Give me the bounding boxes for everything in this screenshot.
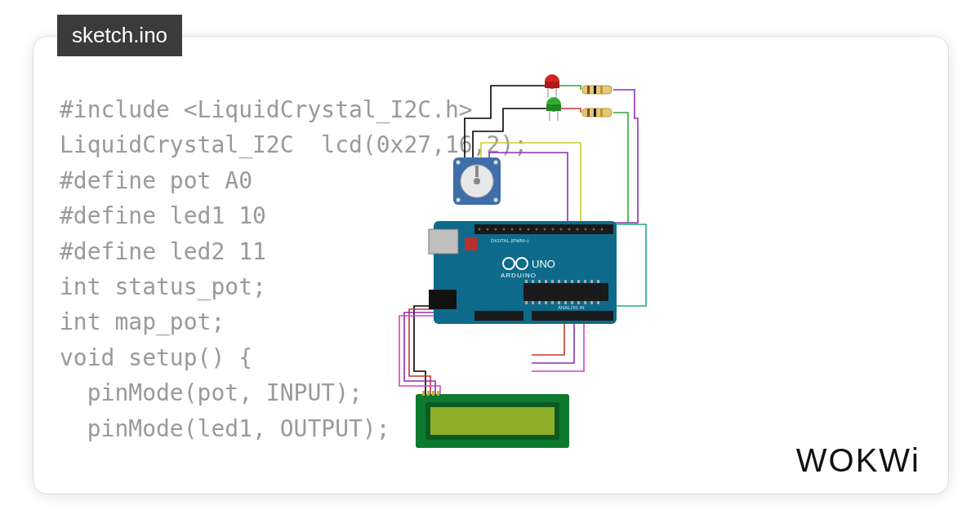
svg-point-62 — [495, 228, 497, 231]
svg-rect-38 — [571, 280, 573, 283]
svg-rect-8 — [582, 86, 612, 94]
svg-rect-27 — [532, 311, 613, 321]
svg-rect-46 — [545, 301, 547, 304]
svg-rect-45 — [538, 301, 541, 304]
board-label: UNO — [532, 258, 555, 270]
svg-rect-30 — [523, 283, 608, 301]
svg-point-74 — [593, 228, 595, 231]
svg-rect-15 — [600, 109, 603, 117]
svg-rect-11 — [600, 86, 603, 94]
svg-point-60 — [479, 228, 481, 231]
arduino-uno-board[interactable]: UNO ARDUINO DIGITAL (PWM~) ANALOG IN — [429, 221, 617, 324]
svg-rect-5 — [546, 104, 561, 111]
svg-rect-50 — [571, 301, 573, 304]
svg-text:DIGITAL (PWM~): DIGITAL (PWM~) — [491, 238, 529, 243]
svg-point-71 — [568, 228, 571, 231]
code-preview: #include <LiquidCrystal_I2C.h> LiquidCry… — [60, 92, 403, 446]
svg-point-23 — [494, 198, 498, 202]
svg-rect-14 — [594, 109, 596, 117]
svg-rect-29 — [429, 290, 457, 309]
svg-rect-12 — [582, 109, 612, 117]
svg-rect-51 — [577, 301, 580, 304]
wokwi-logo: WOKWi — [796, 442, 920, 479]
svg-rect-47 — [551, 301, 554, 304]
wokwi-logo-text: WOKWi — [796, 442, 920, 478]
svg-rect-55 — [465, 237, 478, 250]
svg-rect-33 — [538, 280, 541, 283]
svg-rect-37 — [564, 280, 567, 283]
svg-rect-10 — [594, 86, 596, 94]
svg-rect-32 — [532, 280, 534, 283]
svg-rect-79 — [422, 391, 425, 396]
svg-rect-34 — [545, 280, 547, 283]
svg-point-22 — [457, 198, 461, 202]
svg-rect-43 — [525, 301, 528, 304]
svg-point-61 — [487, 228, 489, 231]
svg-rect-54 — [597, 301, 599, 304]
svg-point-69 — [552, 228, 555, 231]
svg-point-68 — [544, 228, 546, 231]
svg-rect-80 — [427, 391, 430, 396]
svg-point-21 — [494, 161, 498, 165]
led-green[interactable] — [546, 97, 561, 121]
svg-rect-78 — [430, 407, 555, 435]
potentiometer[interactable] — [453, 157, 501, 205]
circuit-diagram: UNO ARDUINO DIGITAL (PWM~) ANALOG IN — [368, 61, 695, 469]
led-red[interactable] — [545, 74, 559, 98]
svg-rect-44 — [532, 301, 534, 304]
svg-rect-42 — [597, 280, 599, 283]
svg-point-73 — [585, 228, 587, 231]
svg-point-75 — [601, 228, 604, 231]
svg-point-67 — [536, 228, 538, 231]
svg-point-20 — [457, 161, 461, 165]
board-brand: ARDUINO — [501, 272, 537, 279]
file-tab-label: sketch.ino — [72, 23, 167, 47]
lcd-16x2[interactable] — [416, 391, 569, 448]
svg-point-72 — [577, 228, 579, 231]
svg-rect-28 — [429, 229, 458, 254]
svg-rect-48 — [558, 301, 560, 304]
svg-rect-19 — [475, 166, 479, 177]
svg-rect-40 — [584, 280, 586, 283]
svg-rect-52 — [584, 301, 586, 304]
svg-point-63 — [503, 228, 506, 231]
svg-rect-39 — [577, 280, 580, 283]
svg-text:ANALOG IN: ANALOG IN — [558, 305, 585, 310]
svg-rect-31 — [525, 280, 528, 283]
svg-rect-9 — [587, 86, 590, 94]
svg-point-64 — [511, 228, 514, 231]
svg-rect-35 — [551, 280, 554, 283]
svg-rect-53 — [590, 301, 593, 304]
svg-point-18 — [474, 178, 480, 184]
svg-rect-13 — [587, 109, 590, 117]
svg-rect-41 — [590, 280, 593, 283]
resistor-1[interactable] — [582, 86, 612, 94]
svg-rect-1 — [545, 82, 559, 88]
svg-rect-49 — [564, 301, 567, 304]
svg-point-70 — [560, 228, 563, 231]
preview-card: #include <LiquidCrystal_I2C.h> LiquidCry… — [33, 36, 949, 494]
svg-point-65 — [519, 228, 522, 231]
resistor-2[interactable] — [582, 109, 612, 117]
svg-rect-82 — [437, 391, 439, 396]
svg-rect-26 — [474, 311, 523, 321]
svg-rect-81 — [432, 391, 434, 396]
file-tab[interactable]: sketch.ino — [57, 15, 182, 56]
svg-point-66 — [528, 228, 530, 231]
svg-rect-36 — [558, 280, 560, 283]
